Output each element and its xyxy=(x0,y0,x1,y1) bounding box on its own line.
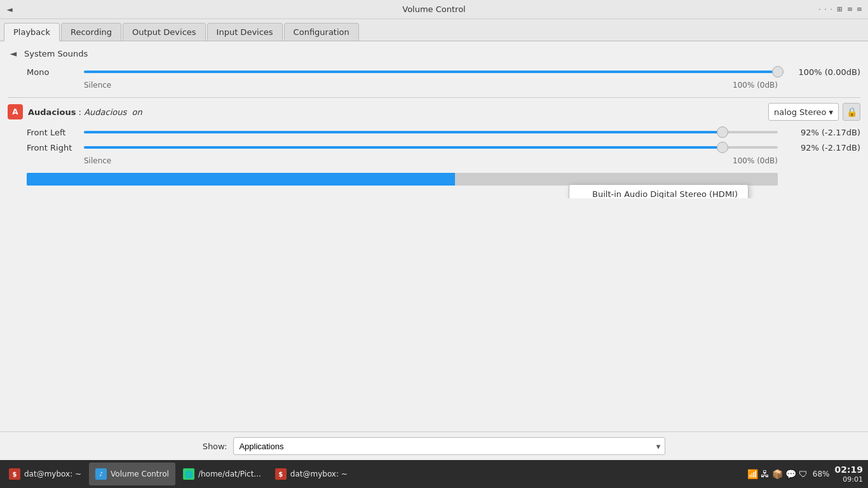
taskbar-terminal2-icon: $ xyxy=(275,468,287,480)
front-left-row: Front Left 92% (-2.17dB) xyxy=(8,126,860,139)
taskbar-sys-icons: 📶 🖧 📦 💬 🛡 xyxy=(747,469,808,479)
mono-label: Mono xyxy=(27,67,84,77)
section-divider xyxy=(8,97,860,98)
system-sounds-header: ◄ System Sounds xyxy=(8,48,860,59)
window-title: Volume Control xyxy=(402,4,465,14)
taskbar-item-terminal1[interactable]: $ dat@mybox: ~ xyxy=(3,463,88,485)
audacious-app-name: Audacious : Audacious on xyxy=(28,107,142,117)
taskbar-date: 09:01 xyxy=(834,475,863,484)
lock-button[interactable]: 🔒 xyxy=(843,103,860,121)
chat-icon: 💬 xyxy=(785,469,796,479)
front-right-slider-fill xyxy=(84,146,722,149)
mono-value: 100% (0.00dB) xyxy=(778,67,860,77)
output-dropdown-label: nalog Stereo xyxy=(774,107,827,117)
taskbar: $ dat@mybox: ~ ♪ Volume Control 🌐 /home/… xyxy=(0,460,868,488)
show-select[interactable]: Applications All Streams Virtual Devices xyxy=(233,437,665,455)
taskbar-terminal1-icon: $ xyxy=(9,468,20,480)
front-right-row: Front Right 92% (-2.17dB) xyxy=(8,141,860,154)
output-dropdown-arrow: ▾ xyxy=(829,107,833,117)
wifi-icon: 📶 xyxy=(747,469,758,479)
output-dropdown-button[interactable]: nalog Stereo ▾ xyxy=(768,103,839,121)
taskbar-browser-icon: 🌐 xyxy=(183,468,194,480)
mono-silence-label: Silence xyxy=(84,81,111,90)
wm-dots-1[interactable]: · · · xyxy=(818,5,832,13)
tab-configuration[interactable]: Configuration xyxy=(284,23,359,41)
taskbar-terminal1-label: dat@mybox: ~ xyxy=(24,470,81,478)
audacious-subrow: Silence 100% (0dB) xyxy=(8,156,860,165)
system-sounds-icon: ◄ xyxy=(8,48,19,59)
tab-recording[interactable]: Recording xyxy=(61,23,121,41)
front-left-label: Front Left xyxy=(27,128,84,137)
wm-dots-3[interactable]: ≡ ≡ xyxy=(847,5,863,13)
titlebar-right: · · · ⊞ ≡ ≡ xyxy=(818,5,863,13)
taskbar-item-audio[interactable]: ♪ Volume Control xyxy=(89,463,175,485)
wm-dots-2[interactable]: ⊞ xyxy=(837,5,843,13)
front-left-value: 92% (-2.17dB) xyxy=(778,128,860,137)
show-row: Show: Applications All Streams Virtual D… xyxy=(0,431,868,460)
mono-slider-container xyxy=(84,65,778,78)
front-right-slider-container xyxy=(84,141,778,154)
taskbar-clock: 02:19 09:01 xyxy=(834,464,863,484)
tab-input-devices[interactable]: Input Devices xyxy=(207,23,283,41)
audacious-section: A Audacious : Audacious on nalog Stereo … xyxy=(8,103,860,186)
audacious-app-icon: A xyxy=(8,104,23,119)
audacious-progress-bar xyxy=(27,173,778,186)
taskbar-item-browser[interactable]: 🌐 /home/dat/Pict... xyxy=(177,463,268,485)
tabs-bar: Playback Recording Output Devices Input … xyxy=(0,19,868,41)
front-right-slider-track xyxy=(84,146,778,149)
audacious-silence-label: Silence xyxy=(84,156,111,165)
mono-slider-track xyxy=(84,71,778,73)
front-left-slider-thumb[interactable] xyxy=(717,126,728,138)
audacious-app-sub: Audacious xyxy=(84,107,126,117)
titlebar: ◄ Volume Control · · · ⊞ ≡ ≡ xyxy=(0,0,868,19)
front-right-slider-thumb[interactable] xyxy=(717,142,728,153)
front-right-value: 92% (-2.17dB) xyxy=(778,143,860,152)
output-dropdown-menu: Built-in Audio Digital Stereo (HDMI) Bui… xyxy=(569,184,749,198)
taskbar-time: 02:19 xyxy=(834,464,863,475)
taskbar-audio-icon: ♪ xyxy=(95,468,107,480)
mono-subrow: Silence 100% (0dB) xyxy=(8,81,860,90)
dropdown-item-hdmi-radio xyxy=(580,191,587,198)
front-left-slider-container xyxy=(84,126,778,139)
window-back-button[interactable]: ◄ xyxy=(5,5,14,14)
dropdown-item-hdmi-label: Built-in Audio Digital Stereo (HDMI) xyxy=(592,189,738,198)
mono-volume-row: Mono 100% (0.00dB) xyxy=(8,65,860,78)
audacious-100-label: 100% (0dB) xyxy=(733,156,778,165)
front-left-slider-fill xyxy=(84,131,722,133)
network-icon: 🖧 xyxy=(761,469,770,479)
show-select-wrapper: Applications All Streams Virtual Devices… xyxy=(233,437,665,455)
taskbar-browser-label: /home/dat/Pict... xyxy=(198,470,261,478)
main-content: ◄ System Sounds Mono 100% (0.00dB) Silen… xyxy=(0,41,868,198)
mono-slider-thumb[interactable] xyxy=(772,66,783,78)
front-right-label: Front Right xyxy=(27,143,84,152)
dropdown-item-hdmi[interactable]: Built-in Audio Digital Stereo (HDMI) xyxy=(569,185,748,198)
taskbar-battery: 68% xyxy=(813,470,830,478)
audacious-header: A Audacious : Audacious on nalog Stereo … xyxy=(8,103,860,121)
shield-icon: 🛡 xyxy=(799,469,808,479)
taskbar-audio-label: Volume Control xyxy=(111,470,169,478)
mono-slider-fill xyxy=(84,71,778,73)
mono-100-label: 100% (0dB) xyxy=(733,81,778,90)
system-sounds-title: System Sounds xyxy=(24,49,88,58)
audacious-status: on xyxy=(132,107,142,117)
show-label: Show: xyxy=(203,442,227,451)
tab-output-devices[interactable]: Output Devices xyxy=(123,23,206,41)
front-left-slider-track xyxy=(84,131,778,133)
taskbar-right: 📶 🖧 📦 💬 🛡 68% 02:19 09:01 xyxy=(747,464,865,484)
taskbar-terminal2-label: dat@mybox: ~ xyxy=(290,470,348,478)
package-icon: 📦 xyxy=(772,469,783,479)
tab-playback[interactable]: Playback xyxy=(4,23,60,41)
titlebar-left: ◄ xyxy=(5,5,14,14)
taskbar-item-terminal2[interactable]: $ dat@mybox: ~ xyxy=(269,463,354,485)
audacious-progress-fill xyxy=(27,173,455,186)
